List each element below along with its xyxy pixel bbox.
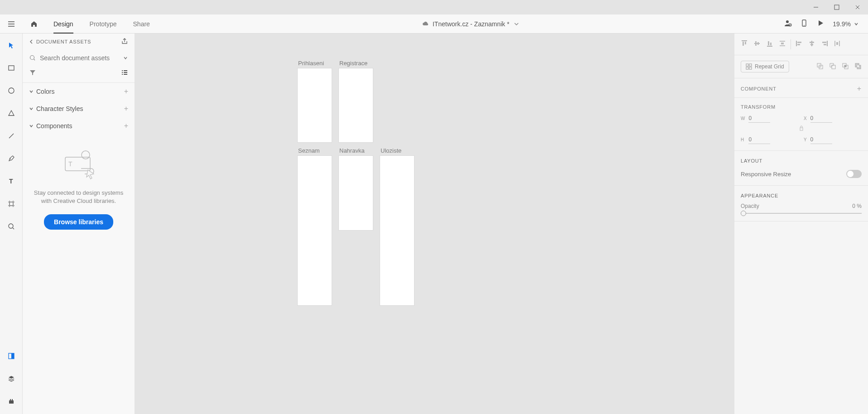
width-input[interactable]: 0: [748, 114, 770, 123]
artboard-nahravka[interactable]: [338, 155, 373, 231]
browse-libraries-button[interactable]: Browse libraries: [44, 214, 113, 230]
play-icon: [816, 19, 825, 27]
add-char-style-button[interactable]: +: [124, 105, 128, 113]
svg-point-7: [786, 20, 789, 23]
tab-prototype[interactable]: Prototype: [82, 14, 125, 34]
home-button[interactable]: [23, 14, 45, 34]
artboard-icon: [8, 200, 15, 207]
assets-back-button[interactable]: DOCUMENT ASSETS: [29, 39, 91, 44]
document-title: ITnetwork.cz - Zaznamnik *: [433, 20, 510, 28]
desktop-preview-button[interactable]: [816, 19, 825, 29]
artboard-label-nahravka[interactable]: Nahravka: [339, 147, 365, 154]
align-top-icon: [741, 40, 748, 47]
chevron-down-icon[interactable]: [123, 55, 128, 61]
artboard-label-uloziste[interactable]: Uloziste: [381, 147, 401, 154]
component-section-label: COMPONENT: [741, 86, 776, 91]
repeat-grid-button[interactable]: Repeat Grid: [741, 61, 789, 72]
plugins-panel-toggle[interactable]: [5, 395, 18, 408]
ellipse-tool[interactable]: [5, 84, 18, 97]
window-maximize-button[interactable]: [826, 0, 847, 14]
pen-tool[interactable]: [5, 152, 18, 165]
svg-point-43: [82, 151, 90, 159]
height-input[interactable]: 0: [748, 135, 770, 144]
align-left-button[interactable]: [796, 40, 803, 48]
repeat-grid-label: Repeat Grid: [755, 63, 784, 70]
svg-rect-71: [746, 67, 748, 69]
invite-button[interactable]: [784, 19, 792, 29]
canvas[interactable]: Prihlaseni Registrace Seznam Nahravka Ul…: [135, 34, 734, 414]
svg-point-12: [804, 25, 805, 26]
rectangle-tool[interactable]: [5, 62, 18, 74]
share-icon: [121, 38, 128, 45]
align-bottom-icon: [766, 40, 773, 47]
y-input[interactable]: 0: [810, 135, 832, 144]
mobile-icon: [800, 19, 808, 27]
bool-add-button[interactable]: [816, 63, 824, 71]
svg-point-14: [9, 88, 14, 93]
artboard-uloziste[interactable]: [380, 155, 415, 306]
search-icon: [29, 54, 36, 62]
svg-rect-46: [743, 42, 744, 46]
add-color-button[interactable]: +: [124, 87, 128, 96]
align-top-button[interactable]: [741, 40, 748, 48]
distribute-v-button[interactable]: [779, 40, 786, 48]
chevron-down-icon[interactable]: [513, 20, 520, 28]
publish-button[interactable]: [121, 38, 128, 46]
svg-point-16: [10, 159, 11, 159]
align-right-button[interactable]: [821, 40, 828, 48]
add-component-instance-button[interactable]: +: [857, 85, 862, 93]
menu-button[interactable]: [0, 14, 23, 34]
section-components[interactable]: Components +: [23, 117, 135, 135]
bool-exclude-button[interactable]: [854, 63, 862, 71]
window-close-button[interactable]: [847, 0, 868, 14]
device-preview-button[interactable]: [800, 19, 808, 29]
svg-rect-47: [745, 42, 746, 44]
bool-subtract-button[interactable]: [829, 63, 836, 71]
svg-rect-32: [10, 399, 11, 400]
artboard-seznam[interactable]: [297, 155, 332, 306]
window-minimize-button[interactable]: [805, 0, 826, 14]
artboard-tool[interactable]: [5, 197, 18, 210]
home-icon: [30, 20, 38, 28]
section-character-styles[interactable]: Character Styles +: [23, 100, 135, 117]
x-input[interactable]: 0: [810, 114, 832, 123]
tab-share[interactable]: Share: [125, 14, 158, 34]
line-tool[interactable]: [5, 130, 18, 142]
select-tool[interactable]: [5, 39, 18, 52]
polygon-tool[interactable]: [5, 107, 18, 120]
filter-button[interactable]: [29, 69, 36, 78]
zoom-dropdown[interactable]: 19.9%: [833, 20, 859, 28]
assets-search-input[interactable]: [40, 54, 119, 62]
artboard-prihlaseni[interactable]: [297, 68, 332, 143]
bool-intersect-button[interactable]: [842, 63, 849, 71]
tab-design[interactable]: Design: [45, 14, 82, 34]
section-colors[interactable]: Colors +: [23, 83, 135, 100]
artboard-label-seznam[interactable]: Seznam: [298, 147, 320, 154]
artboard-label-registrace[interactable]: Registrace: [339, 60, 367, 67]
list-view-button[interactable]: [121, 69, 128, 78]
text-tool[interactable]: T: [5, 175, 18, 188]
add-component-button[interactable]: +: [124, 122, 128, 130]
libraries-illustration-icon: T: [58, 148, 99, 180]
assets-panel-toggle[interactable]: [5, 350, 18, 362]
responsive-resize-label: Responsive Resize: [741, 171, 791, 178]
zoom-tool[interactable]: [5, 220, 18, 233]
svg-rect-33: [12, 399, 13, 400]
align-hcenter-button[interactable]: [808, 40, 815, 48]
slider-thumb[interactable]: [741, 211, 746, 216]
align-row: [734, 34, 868, 55]
layers-panel-toggle[interactable]: [5, 372, 18, 385]
chevron-left-icon: [29, 39, 34, 44]
line-icon: [8, 132, 15, 140]
svg-rect-39: [124, 72, 127, 73]
svg-point-27: [9, 224, 13, 228]
align-vcenter-button[interactable]: [753, 40, 761, 48]
responsive-resize-toggle[interactable]: [846, 170, 862, 178]
artboard-label-prihlaseni[interactable]: Prihlaseni: [298, 60, 324, 67]
opacity-slider[interactable]: [741, 213, 862, 214]
lock-icon[interactable]: [799, 125, 804, 131]
align-bottom-button[interactable]: [766, 40, 773, 48]
height-label: H: [741, 137, 745, 142]
artboard-registrace[interactable]: [338, 68, 373, 143]
distribute-h-button[interactable]: [834, 40, 841, 48]
